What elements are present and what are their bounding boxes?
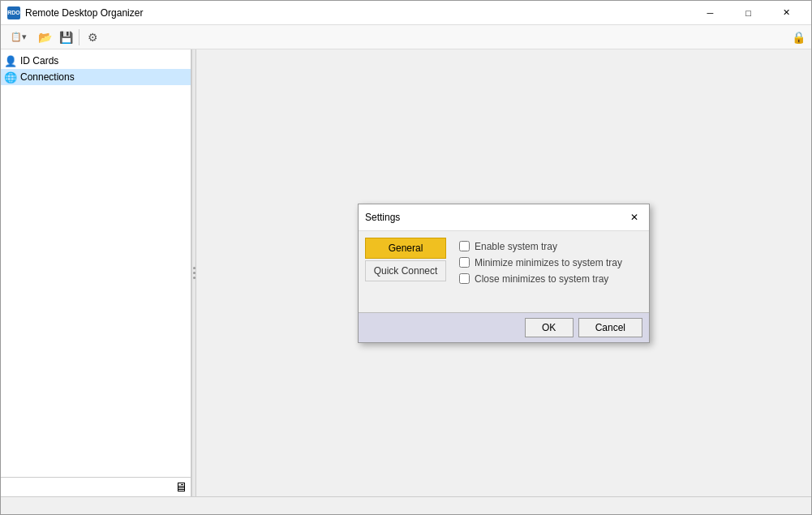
dialog-footer: OK Cancel [359,312,649,342]
tab-quick-connect[interactable]: Quick Connect [365,260,446,281]
id-cards-icon: 👤 [4,54,17,67]
dialog-content: Enable system tray Minimize minimizes to… [453,238,642,306]
resize-dot-1 [193,267,195,269]
save-btn[interactable]: 💾 [56,28,75,47]
minimize-to-tray-label: Minimize minimizes to system tray [475,257,622,268]
connections-icon: 🌐 [4,71,17,84]
connections-label: Connections [20,71,75,83]
tab-general[interactable]: General [365,238,446,259]
sidebar-bottom: 🖥 [1,477,191,496]
ok-button[interactable]: OK [525,318,574,337]
toolbar-separator [79,29,79,45]
title-bar: RDO Remote Desktop Organizer ─ □ ✕ [1,1,811,25]
close-button[interactable]: ✕ [768,1,805,25]
enable-tray-checkbox[interactable] [459,241,470,251]
id-cards-label: ID Cards [20,55,58,67]
checkbox-row-enable-tray: Enable system tray [459,241,636,252]
lock-icon: 🔒 [788,28,808,47]
window-controls: ─ □ ✕ [692,1,805,25]
cancel-button[interactable]: Cancel [578,318,642,337]
dialog-titlebar: Settings ✕ [359,204,649,231]
dialog-overlay: Settings ✕ General Quick Connect [196,49,811,496]
resize-dot-2 [193,272,195,274]
open-btn[interactable]: 📂 [35,28,54,47]
properties-btn[interactable]: ⚙ [83,28,102,47]
close-to-tray-label: Close minimizes to system tray [475,273,608,285]
maximize-button[interactable]: □ [730,1,767,25]
window-title: Remote Desktop Organizer [25,7,692,19]
new-dropdown-btn[interactable]: 📋▾ [4,28,33,47]
dialog-title: Settings [365,212,400,223]
sidebar-item-connections[interactable]: 🌐 Connections [1,69,191,85]
dialog-close-button[interactable]: ✕ [626,209,642,225]
content-area: 👤 ID Cards 🌐 Connections 🖥 [1,49,811,496]
minimize-to-tray-checkbox[interactable] [459,257,470,268]
sidebar-tree: 👤 ID Cards 🌐 Connections [1,49,191,477]
main-window: RDO Remote Desktop Organizer ─ □ ✕ 📋▾ 📂 … [0,0,812,515]
checkbox-row-minimize-tray: Minimize minimizes to system tray [459,257,636,268]
dialog-tabs: General Quick Connect [365,238,446,306]
dialog-body: General Quick Connect Enable system tray [359,231,649,312]
sidebar-bottom-icon: 🖥 [174,480,187,495]
close-to-tray-checkbox[interactable] [459,273,470,284]
statusbar [1,496,811,514]
settings-dialog: Settings ✕ General Quick Connect [358,204,650,343]
checkbox-row-close-tray: Close minimizes to system tray [459,273,636,285]
enable-tray-label: Enable system tray [475,241,557,252]
minimize-button[interactable]: ─ [692,1,728,25]
sidebar-item-id-cards[interactable]: 👤 ID Cards [1,53,191,69]
app-icon: RDO [7,6,20,19]
resize-dot-3 [193,277,195,279]
main-panel: Settings ✕ General Quick Connect [196,49,811,496]
toolbar: 📋▾ 📂 💾 ⚙ 🔒 [1,25,811,49]
sidebar: 👤 ID Cards 🌐 Connections 🖥 [1,49,191,496]
